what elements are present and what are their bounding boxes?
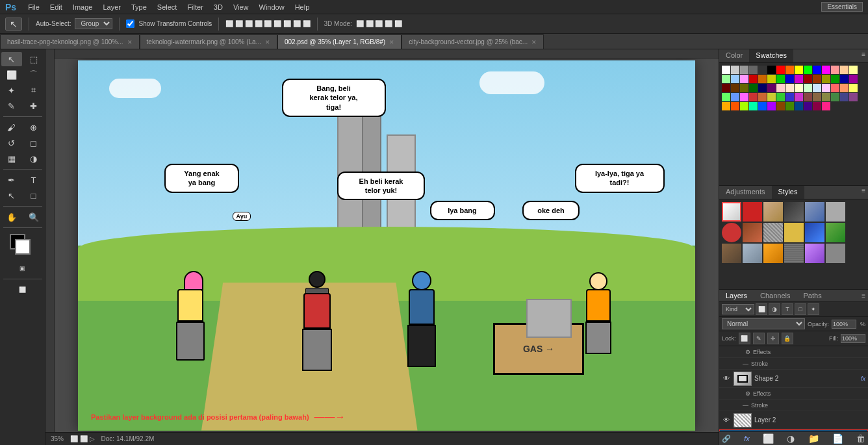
spot-healing-tool[interactable]: ✚ bbox=[23, 99, 44, 113]
tab-3-close[interactable]: ✕ bbox=[531, 39, 537, 45]
style-item-9[interactable] bbox=[763, 223, 783, 242]
eyedropper-tool[interactable]: ✎ bbox=[1, 99, 22, 113]
swatch-58[interactable] bbox=[840, 93, 849, 101]
layer-shape2[interactable]: 👁 Shape 2 fx bbox=[719, 370, 868, 388]
new-layer-btn[interactable]: 📄 bbox=[832, 433, 843, 444]
swatch-11[interactable] bbox=[822, 66, 830, 74]
style-item-2[interactable] bbox=[743, 202, 762, 222]
tab-0[interactable]: hasil-trace-png-teknologi.png @ 100%... … bbox=[0, 34, 140, 49]
layer-shape2-fx[interactable]: fx bbox=[861, 375, 865, 382]
swatch-66[interactable] bbox=[776, 102, 785, 110]
lasso-tool[interactable]: ⌒ bbox=[23, 68, 44, 82]
layers-panel-menu[interactable]: ≡ bbox=[859, 291, 868, 301]
swatch-20[interactable] bbox=[767, 75, 776, 83]
swatch-16[interactable] bbox=[731, 75, 739, 83]
fill-input[interactable] bbox=[841, 334, 865, 343]
swatch-25[interactable] bbox=[813, 75, 821, 83]
menu-select[interactable]: Select bbox=[153, 3, 181, 11]
swatch-1[interactable] bbox=[731, 66, 739, 74]
menu-help[interactable]: Help bbox=[291, 3, 314, 11]
tab-2[interactable]: 002.psd @ 35% (Layer 1, RGB/8#) ✕ bbox=[277, 34, 402, 49]
swatch-19[interactable] bbox=[758, 75, 767, 83]
swatch-50[interactable] bbox=[767, 93, 776, 101]
swatch-0[interactable] bbox=[722, 66, 730, 74]
swatch-36[interactable] bbox=[776, 84, 785, 92]
swatch-68[interactable] bbox=[795, 102, 803, 110]
swatch-61[interactable] bbox=[731, 102, 739, 110]
show-transform-controls-checkbox[interactable] bbox=[126, 19, 134, 28]
swatch-40[interactable] bbox=[813, 84, 821, 92]
swatch-17[interactable] bbox=[740, 75, 748, 83]
history-brush-tool[interactable]: ↺ bbox=[1, 136, 22, 150]
swatch-30[interactable] bbox=[722, 84, 730, 92]
style-item-1[interactable] bbox=[722, 202, 741, 222]
blend-mode-select[interactable]: Normal bbox=[722, 318, 805, 329]
swatch-22[interactable] bbox=[785, 75, 794, 83]
style-item-14[interactable] bbox=[743, 244, 762, 263]
menu-filter[interactable]: Filter bbox=[183, 3, 207, 11]
swatch-10[interactable] bbox=[813, 66, 821, 74]
style-item-3[interactable] bbox=[763, 202, 783, 222]
style-item-17[interactable] bbox=[805, 244, 824, 263]
swatch-21[interactable] bbox=[776, 75, 785, 83]
shape-tool[interactable]: □ bbox=[23, 188, 44, 203]
swatch-67[interactable] bbox=[785, 102, 794, 110]
swatch-42[interactable] bbox=[831, 84, 839, 92]
filter-type-btn[interactable]: T bbox=[782, 303, 793, 315]
tab-0-close[interactable]: ✕ bbox=[127, 39, 133, 45]
canvas-wrapper[interactable]: GAS → Bang, belikerak telor ya,tiga! Yan… bbox=[55, 58, 719, 432]
swatch-29[interactable] bbox=[849, 75, 858, 83]
hand-tool[interactable]: ✋ bbox=[1, 210, 22, 224]
auto-select-dropdown[interactable]: Group Layer bbox=[75, 18, 112, 29]
menu-window[interactable]: Window bbox=[255, 3, 288, 11]
swatch-41[interactable] bbox=[822, 84, 830, 92]
layers-kind-select[interactable]: Kind bbox=[722, 304, 754, 314]
swatch-39[interactable] bbox=[804, 84, 812, 92]
filter-smart-btn[interactable]: ✦ bbox=[808, 303, 819, 315]
swatch-59[interactable] bbox=[849, 93, 858, 101]
delete-layer-btn[interactable]: 🗑 bbox=[856, 433, 865, 444]
filter-adj-btn[interactable]: ◑ bbox=[769, 303, 780, 315]
menu-3d[interactable]: 3D bbox=[210, 3, 227, 11]
swatch-27[interactable] bbox=[831, 75, 839, 83]
style-item-10[interactable] bbox=[784, 223, 804, 242]
add-fx-btn[interactable]: fx bbox=[744, 435, 750, 442]
new-group-btn[interactable]: 📁 bbox=[808, 433, 819, 444]
move-tool-options[interactable]: ↖ bbox=[5, 18, 22, 31]
brush-tool[interactable]: 🖌 bbox=[1, 120, 22, 134]
swatch-69[interactable] bbox=[804, 102, 812, 110]
swatch-64[interactable] bbox=[758, 102, 767, 110]
swatch-49[interactable] bbox=[758, 93, 767, 101]
swatch-54[interactable] bbox=[804, 93, 812, 101]
menu-file[interactable]: File bbox=[24, 3, 44, 11]
opacity-input[interactable] bbox=[832, 320, 856, 329]
canvas-image[interactable]: GAS → Bang, belikerak telor ya,tiga! Yan… bbox=[78, 60, 695, 431]
color-tab[interactable]: Color bbox=[719, 49, 749, 62]
swatch-44[interactable] bbox=[849, 84, 858, 92]
menu-edit[interactable]: Edit bbox=[46, 3, 66, 11]
swatch-57[interactable] bbox=[831, 93, 839, 101]
swatch-32[interactable] bbox=[740, 84, 748, 92]
swatch-9[interactable] bbox=[804, 66, 812, 74]
menu-image[interactable]: Image bbox=[69, 3, 97, 11]
layers-tab[interactable]: Layers bbox=[719, 290, 754, 301]
styles-tab[interactable]: Styles bbox=[772, 186, 804, 199]
swatch-43[interactable] bbox=[840, 84, 849, 92]
adj-panel-menu[interactable]: ≡ bbox=[859, 186, 868, 199]
swatch-8[interactable] bbox=[795, 66, 803, 74]
swatch-38[interactable] bbox=[795, 84, 803, 92]
swatch-62[interactable] bbox=[740, 102, 748, 110]
swatch-70[interactable] bbox=[813, 102, 821, 110]
swatch-37[interactable] bbox=[785, 84, 794, 92]
style-item-15[interactable] bbox=[763, 244, 783, 263]
style-item-18[interactable] bbox=[826, 244, 845, 263]
swatch-31[interactable] bbox=[731, 84, 739, 92]
dodge-tool[interactable]: ◑ bbox=[23, 151, 44, 166]
style-item-6[interactable] bbox=[826, 202, 845, 222]
style-item-11[interactable] bbox=[805, 223, 824, 242]
gradient-tool[interactable]: ▦ bbox=[1, 151, 22, 166]
filter-pixel-btn[interactable]: ⬜ bbox=[756, 303, 767, 315]
swatch-12[interactable] bbox=[831, 66, 839, 74]
layer-2[interactable]: 👁 Layer 2 bbox=[719, 411, 868, 429]
swatch-48[interactable] bbox=[749, 93, 758, 101]
